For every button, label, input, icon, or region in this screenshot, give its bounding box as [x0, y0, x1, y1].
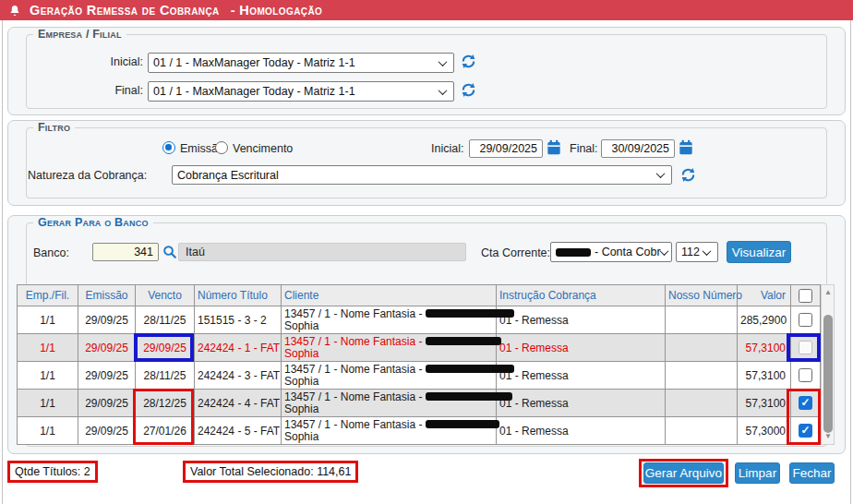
cell-instrucao: 01 - Remessa [497, 390, 666, 417]
col-header-vencto[interactable]: Vencto [136, 285, 195, 306]
data-final-value: 30/09/2025 [611, 142, 669, 155]
cta-corrente-select[interactable]: - Conta Cobr [550, 242, 672, 262]
table-scrollbar[interactable]: ▲ ▼ [821, 284, 835, 445]
col-header-emissao[interactable]: Emissão [78, 285, 136, 306]
cell-emissao: 29/09/25 [78, 390, 136, 417]
cell-checkbox [791, 362, 821, 390]
col-header-checkbox [791, 285, 821, 306]
cell-cliente: 13457 / 1 - Nome Fantasia - Sophia [282, 306, 497, 334]
conta-numero-select[interactable]: 112 [676, 242, 718, 262]
search-icon[interactable] [162, 245, 177, 259]
empresa-final-select[interactable]: 01 / 1 - MaxManager Today - Matriz 1-1 [148, 81, 454, 102]
cell-instrucao: 01 - Remessa [497, 417, 666, 445]
cell-numero-titulo: 242424 - 5 - FAT [195, 417, 282, 445]
conta-numero-value: 112 [681, 246, 700, 258]
row-checkbox[interactable] [799, 368, 812, 382]
cell-checkbox [791, 417, 821, 445]
fechar-button[interactable]: Fechar [789, 462, 835, 484]
banco-nome-field: Itaú [178, 243, 466, 261]
cell-emp-fil: 1/1 [18, 334, 78, 362]
vencimento-radio[interactable] [215, 141, 228, 154]
gerar-arquivo-button[interactable]: Gerar Arquivo [643, 462, 724, 484]
refresh-icon[interactable] [680, 167, 696, 183]
cliente-line1: 13457 / 1 - Nome Fantasia - [284, 390, 422, 403]
cell-cliente: 13457 / 1 - Nome Fantasia - Sophia [282, 417, 497, 445]
col-header-cliente[interactable]: Cliente [282, 285, 497, 306]
redaction-bar [426, 420, 499, 428]
inicial-empresa-label: Inicial: [51, 55, 143, 68]
cell-cliente: 13457 / 1 - Nome Fantasia - Sophia [282, 334, 497, 362]
refresh-icon[interactable] [461, 54, 476, 69]
chevron-down-icon [656, 169, 666, 178]
banco-nome-value: Itaú [186, 246, 205, 258]
table-row: 1/1 29/09/25 29/09/25 242424 - 1 - FAT 1… [18, 334, 821, 362]
empresa-inicial-select[interactable]: 01 / 1 - MaxManager Today - Matriz 1-1 [148, 53, 454, 73]
cell-valor: 57,3000 [738, 417, 791, 445]
cell-vencto: 28/12/25 [136, 390, 195, 417]
filtro-fieldset [26, 127, 827, 198]
scroll-up-arrow-icon[interactable]: ▲ [822, 285, 835, 300]
qtde-titulos-box: Qtde Títulos: 2 [7, 461, 98, 483]
col-header-valor[interactable]: Valor [738, 285, 791, 306]
col-header-emp-fil[interactable]: Emp./Fil. [18, 285, 78, 306]
row-checkbox[interactable] [799, 341, 812, 354]
vencimento-radio-label: Vencimento [233, 142, 293, 155]
cell-valor: 57,3100 [738, 334, 791, 362]
app-title: Geração Remessa de Cobrança [30, 3, 220, 18]
cell-numero-titulo: 242424 - 4 - FAT [195, 390, 282, 417]
col-header-nosso-numero[interactable]: Nosso Número [666, 285, 738, 306]
redaction-bar [426, 309, 514, 318]
empresa-final-value: 01 / 1 - MaxManager Today - Matriz 1-1 [153, 85, 355, 98]
cell-checkbox [791, 334, 821, 362]
emissao-radio[interactable] [162, 141, 175, 154]
chevron-down-icon [659, 246, 668, 256]
chevron-down-icon [439, 86, 448, 95]
calendar-icon[interactable] [679, 139, 693, 156]
row-checkbox[interactable] [799, 424, 812, 438]
cell-nosso-numero [666, 390, 738, 417]
gerar-banco-legend: Gerar Para o Banco [33, 216, 153, 229]
chevron-down-icon [439, 57, 448, 66]
row-checkbox[interactable] [799, 396, 812, 410]
col-header-instrucao[interactable]: Instrução Cobrança [497, 285, 666, 306]
cell-instrucao: 01 - Remessa [497, 334, 666, 362]
visualizar-button[interactable]: Visualizar [727, 241, 791, 263]
limpar-button[interactable]: Limpar [735, 462, 780, 484]
titulos-table-wrap: Emp./Fil. Emissão Vencto Número Título C… [17, 284, 835, 445]
row-checkbox[interactable] [799, 313, 812, 327]
cliente-line2: Sophia [284, 430, 318, 443]
refresh-icon[interactable] [461, 82, 476, 98]
cell-vencto: 29/09/25 [136, 334, 195, 362]
cell-vencto: 27/01/26 [136, 417, 195, 445]
col-header-numero-titulo[interactable]: Número Título [195, 285, 282, 306]
data-inicial-input[interactable]: 29/09/2025 [469, 139, 543, 158]
banco-codigo-input[interactable]: 341 [92, 243, 159, 261]
cell-numero-titulo: 151515 - 3 - 2 [195, 306, 282, 334]
data-final-input[interactable]: 30/09/2025 [601, 139, 675, 158]
cell-valor: 57,3100 [738, 390, 791, 417]
redaction-bar [426, 365, 514, 373]
cliente-line1: 13457 / 1 - Nome Fantasia - [284, 363, 422, 376]
filtro-legend: Filtro [33, 121, 75, 134]
table-header-row: Emp./Fil. Emissão Vencto Número Título C… [18, 285, 821, 306]
cell-emp-fil: 1/1 [18, 306, 78, 334]
table-row: 1/1 29/09/25 28/12/25 242424 - 4 - FAT 1… [18, 390, 821, 417]
natureza-cobranca-select[interactable]: Cobrança Escritural [172, 165, 672, 185]
redaction-bar [426, 337, 501, 345]
scroll-down-arrow-icon[interactable]: ▼ [822, 429, 835, 444]
cell-emissao: 29/09/25 [78, 306, 136, 334]
empresa-filial-legend: Empresa / Filial [33, 28, 126, 41]
cliente-line1: 13457 / 1 - Nome Fantasia - [284, 335, 422, 348]
select-all-checkbox[interactable] [799, 289, 812, 303]
calendar-icon[interactable] [547, 139, 561, 156]
cliente-line2: Sophia [284, 375, 318, 388]
cta-corrente-label: Cta Corrente: [481, 246, 550, 259]
cell-numero-titulo: 242424 - 1 - FAT [195, 334, 282, 362]
banco-codigo-value: 341 [134, 246, 153, 258]
scrollbar-thumb[interactable] [823, 315, 833, 433]
data-inicial-value: 29/09/2025 [479, 142, 537, 155]
cell-emissao: 29/09/25 [78, 362, 136, 390]
cell-emp-fil: 1/1 [18, 417, 78, 445]
title-bar: Geração Remessa de Cobrança - Homologaçã… [0, 0, 853, 20]
data-final-label: Final: [570, 142, 598, 155]
